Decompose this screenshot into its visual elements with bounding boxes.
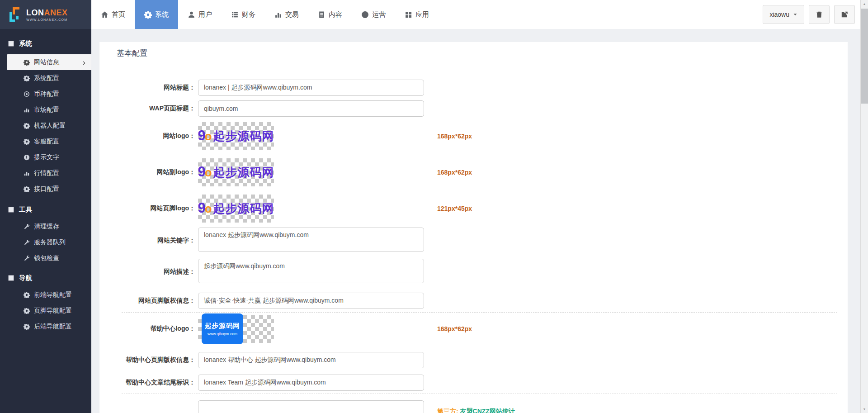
help-logo-image[interactable]: 起步源码网www.qibuym.com	[198, 315, 274, 343]
sidebar-section-label: 工具	[19, 205, 32, 214]
section-divider	[122, 394, 837, 394]
sidebar-item-label: 行情配置	[34, 169, 59, 177]
grid-icon	[405, 11, 412, 19]
topnav-item-label: 应用	[415, 10, 429, 19]
user-menu-button[interactable]: xiaowu	[763, 5, 804, 24]
trash-icon	[816, 11, 823, 18]
form-row: 帮助中心页脚版权信息：	[99, 352, 848, 368]
topnav-item-首页[interactable]: 首页	[91, 0, 135, 29]
sidebar-section-label: 系统	[19, 39, 32, 48]
wrench-icon	[24, 223, 30, 230]
sidebar-item-label: 系统配置	[34, 74, 59, 82]
export-button[interactable]	[834, 5, 855, 24]
brand-logo[interactable]: LONANEX WWW.LONANEX.COM	[0, 0, 91, 29]
basic-config-form: 网站标题：WAP页面标题：网站logo：9o起步源码网168px*62px网站副…	[99, 80, 848, 413]
form-row: 网站描述：起步源码网www.qibuym.com	[99, 259, 848, 285]
form-row: 帮助中心logo：起步源码网www.qibuym.com168px*62px	[99, 315, 848, 343]
chart-icon	[24, 107, 30, 113]
help-logo-graphic: 起步源码网www.qibuym.com	[202, 313, 243, 344]
sidebar-item-市场配置[interactable]: 市场配置	[7, 102, 91, 118]
gear-icon	[24, 75, 30, 81]
size-hint: 121px*45px	[437, 205, 472, 212]
textarea-input[interactable]: 起步源码网www.qibuym.com	[198, 259, 424, 283]
sidebar-item-label: 提示文字	[34, 153, 59, 161]
topnav-item-label: 内容	[329, 10, 342, 19]
sidebar-section-导航[interactable]: 导航	[0, 272, 91, 283]
sidebar-item-钱包检查[interactable]: 钱包检查	[7, 250, 91, 266]
scrollbar-thumb[interactable]	[861, 9, 868, 104]
textarea-input[interactable]	[198, 400, 424, 413]
logo-image[interactable]: 9o起步源码网	[198, 195, 274, 223]
sidebar-item-label: 页脚导航配置	[34, 307, 72, 315]
sidebar-item-币种配置[interactable]: 币种配置	[7, 86, 91, 102]
cnzz-stats-link[interactable]: 友盟CNZZ网站统计	[460, 408, 515, 413]
topnav-item-label: 交易	[285, 10, 299, 19]
text-input[interactable]	[198, 80, 424, 96]
sidebar-item-提示文字[interactable]: 提示文字	[7, 149, 91, 165]
sidebar-item-接口配置[interactable]: 接口配置	[7, 181, 91, 197]
text-input[interactable]	[198, 375, 424, 391]
sidebar-item-label: 机器人配置	[34, 122, 66, 130]
sidebar-item-label: 服务器队列	[34, 238, 66, 247]
text-input[interactable]	[198, 352, 424, 368]
field-label: 网站logo：	[99, 132, 195, 140]
form-row: 网站关键字：lonanex 起步源码网www.qibuym.com	[99, 228, 848, 254]
brand-subtitle: WWW.LONANEX.COM	[26, 18, 68, 21]
topnav-item-应用[interactable]: 应用	[395, 0, 439, 29]
page-scrollbar[interactable]: ▲ ▼	[860, 0, 868, 413]
sidebar-item-清理缓存[interactable]: 清理缓存	[7, 218, 91, 234]
sidebar-item-系统配置[interactable]: 系统配置	[7, 70, 91, 86]
topnav-item-运营[interactable]: 运营	[352, 0, 395, 29]
sidebar-item-机器人配置[interactable]: 机器人配置	[7, 118, 91, 133]
size-hint: 168px*62px	[437, 325, 472, 332]
user-icon	[188, 11, 195, 19]
wrench-icon	[24, 239, 30, 246]
document-icon	[318, 11, 326, 19]
caret-down-icon	[793, 12, 797, 17]
topnav-item-label: 首页	[112, 10, 125, 19]
sidebar-item-行情配置[interactable]: 行情配置	[7, 165, 91, 181]
admin-screen: LONANEX WWW.LONANEX.COM 首页系统用户财务交易内容运营应用…	[0, 0, 868, 413]
scrollbar-down-arrow[interactable]: ▼	[861, 405, 868, 413]
topnav-item-label: 运营	[372, 10, 386, 19]
topnav-item-系统[interactable]: 系统	[135, 0, 178, 29]
sidebar-item-页脚导航配置[interactable]: 页脚导航配置	[7, 303, 91, 318]
sidebar-item-客服配置[interactable]: 客服配置	[7, 133, 91, 149]
scrollbar-up-arrow[interactable]: ▲	[861, 0, 868, 8]
logo-image[interactable]: 9o起步源码网	[198, 158, 274, 186]
wrench-icon	[24, 255, 30, 261]
sidebar-item-前端导航配置[interactable]: 前端导航配置	[7, 287, 91, 303]
alert-icon	[24, 154, 30, 161]
topbar-actions: xiaowu	[763, 0, 860, 29]
sidebar-section-工具[interactable]: 工具	[0, 204, 91, 215]
sidebar-section-系统[interactable]: 系统	[0, 38, 91, 49]
sidebar: 系统网站信息系统配置币种配置市场配置机器人配置客服配置提示文字行情配置接口配置工…	[0, 29, 91, 413]
field-label: 网站描述：	[99, 268, 195, 276]
topnav-item-交易[interactable]: 交易	[265, 0, 308, 29]
sidebar-item-网站信息[interactable]: 网站信息	[7, 54, 91, 70]
text-input[interactable]	[198, 293, 424, 309]
text-input[interactable]	[198, 100, 424, 117]
textarea-input[interactable]: lonanex 起步源码网www.qibuym.com	[198, 228, 424, 252]
trash-button[interactable]	[809, 5, 830, 24]
logo-image[interactable]: 9o起步源码网	[198, 122, 274, 150]
form-row: 网站标题：	[99, 80, 848, 96]
sidebar-item-label: 前端导航配置	[34, 291, 72, 299]
topnav-item-用户[interactable]: 用户	[178, 0, 222, 29]
sidebar-item-label: 网站信息	[34, 58, 59, 66]
export-icon	[841, 11, 848, 18]
globe-icon	[361, 11, 369, 19]
user-name: xiaowu	[769, 11, 789, 18]
form-row: 网站logo：9o起步源码网168px*62px	[99, 122, 848, 150]
third-party-hint: 第三方: 友盟CNZZ网站统计	[437, 408, 515, 413]
gear-icon	[24, 59, 30, 66]
qibu-logo-graphic: 9o起步源码网	[198, 165, 274, 180]
topnav-item-财务[interactable]: 财务	[222, 0, 265, 29]
collapse-icon	[8, 275, 14, 281]
sidebar-item-后端导航配置[interactable]: 后端导航配置	[7, 318, 91, 334]
field-label: 网站标题：	[99, 84, 195, 92]
topnav-item-内容[interactable]: 内容	[308, 0, 352, 29]
sidebar-item-label: 清理缓存	[34, 223, 59, 231]
home-icon	[101, 11, 108, 19]
sidebar-item-服务器队列[interactable]: 服务器队列	[7, 234, 91, 250]
